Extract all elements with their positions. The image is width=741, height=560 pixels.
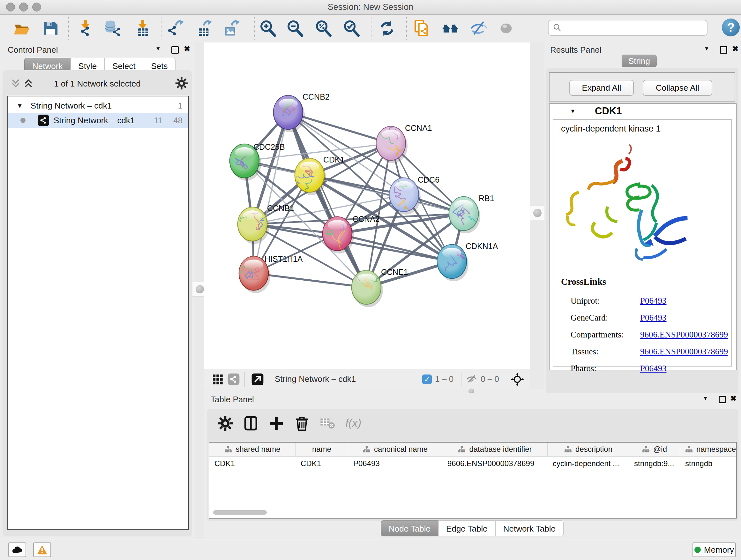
export-image-button[interactable] <box>222 19 240 38</box>
refresh-button[interactable] <box>378 19 396 38</box>
houses-button[interactable] <box>441 19 460 38</box>
network-node-CCNA1[interactable]: CCNA1 <box>374 122 432 163</box>
import-database-button[interactable] <box>104 19 122 38</box>
table-menu-icon[interactable]: ▼ <box>703 395 708 401</box>
column-header-label: database identifier <box>469 445 532 454</box>
search-input[interactable] <box>548 20 708 36</box>
table-close-icon[interactable]: ✖ <box>730 394 737 403</box>
tab-node-table[interactable]: Node Table <box>381 520 439 537</box>
column-namespace-icon <box>362 445 371 453</box>
selected-nodes-checkbox-icon[interactable]: ✓ <box>422 374 432 384</box>
cloud-button[interactable] <box>8 543 26 557</box>
zoom-out-button[interactable] <box>286 19 305 38</box>
zoom-fit-button[interactable] <box>314 19 333 38</box>
network-node-CCNB2[interactable]: CCNB2 <box>273 92 330 132</box>
eye-button[interactable] <box>497 19 515 38</box>
network-node-CCNE1[interactable]: CCNE1 <box>352 264 408 307</box>
table-float-icon[interactable] <box>719 396 726 403</box>
table-cell[interactable]: cyclin-dependent ... <box>548 456 629 471</box>
import-network-button[interactable] <box>76 19 95 38</box>
export-table-button[interactable] <box>194 19 212 38</box>
zoom-check-button[interactable] <box>342 19 361 38</box>
plus-button[interactable] <box>267 415 285 432</box>
cloud-icon <box>11 545 23 555</box>
gear-icon[interactable] <box>175 77 188 90</box>
tab-edge-table[interactable]: Edge Table <box>439 520 495 537</box>
results-close-icon[interactable]: ✖ <box>732 44 738 53</box>
collapse-all-button[interactable]: Collapse All <box>643 80 712 96</box>
node-table[interactable]: shared namenamecanonical namedatabase id… <box>209 442 737 518</box>
panel-close-icon[interactable]: ✖ <box>184 44 190 53</box>
panel-menu-icon[interactable]: ▼ <box>155 46 161 52</box>
tab-string[interactable]: String <box>622 55 657 67</box>
trash-icon <box>293 415 310 432</box>
detach-view-icon[interactable] <box>251 373 264 386</box>
gene-collapse-icon[interactable]: ▼ <box>570 108 576 115</box>
network-tree-root-row[interactable]: ▼ String Network – cdk1 1 <box>8 98 188 113</box>
crosslink-link[interactable]: 9606.ENSP00000378699 <box>640 347 728 357</box>
trash-button[interactable] <box>293 415 311 432</box>
panel-float-icon[interactable] <box>172 46 179 54</box>
expand-all-button[interactable]: Expand All <box>569 80 634 96</box>
right-splitter-handle[interactable] <box>530 206 545 220</box>
crosslink-row: Uniprot:P06493 <box>553 293 731 309</box>
column-header-canonical-name[interactable]: canonical name <box>348 442 442 456</box>
network-view-icon[interactable] <box>227 373 240 386</box>
crosslink-link[interactable]: P06493 <box>640 296 667 306</box>
export-network-button[interactable] <box>166 19 185 38</box>
collection-count: 1 <box>178 101 183 111</box>
table-cell[interactable]: CDK1 <box>295 456 348 471</box>
edge-count: 48 <box>173 116 183 125</box>
table-row[interactable]: CDK1CDK1P064939606.ENSP00000378699cyclin… <box>209 456 736 471</box>
crosslink-link[interactable]: P06493 <box>640 364 667 374</box>
crosslink-label: Uniprot: <box>570 296 640 306</box>
crosslink-link[interactable]: 9606.ENSP00000378699 <box>640 330 728 340</box>
network-edge[interactable] <box>254 273 366 287</box>
memory-button[interactable]: Memory <box>692 543 736 557</box>
column-header-namespace[interactable]: namespace <box>680 442 737 456</box>
network-node-RB1[interactable]: RB1 <box>449 194 494 233</box>
column-header-description[interactable]: description <box>548 442 629 456</box>
column-header-shared-name[interactable]: shared name <box>209 442 295 456</box>
string-network-graph[interactable]: CCNB2CCNA1CDC25BCDK1CDC6RB1CCNB1CCNA2CDK… <box>204 43 530 369</box>
tree-expand-icon[interactable]: ▼ <box>17 102 23 110</box>
network-node-HIST1H1A[interactable]: HIST1H1A <box>233 254 303 293</box>
crosslink-link[interactable]: P06493 <box>640 313 667 323</box>
table-cell[interactable]: P06493 <box>348 456 442 471</box>
results-menu-icon[interactable]: ▼ <box>704 46 710 52</box>
open-folder-button[interactable] <box>12 19 31 38</box>
table-cell[interactable]: 9606.ENSP00000378699 <box>442 456 548 471</box>
gear-button[interactable] <box>216 415 234 432</box>
warnings-button[interactable] <box>33 543 51 557</box>
zoom-in-button[interactable] <box>259 19 277 38</box>
documents-share-icon <box>413 19 431 37</box>
columns-button[interactable] <box>242 415 260 432</box>
network-view-canvas[interactable]: CCNB2CCNA1CDC25BCDK1CDC6RB1CCNB1CCNA2CDK… <box>204 43 530 369</box>
network-node-CCNB1[interactable]: CCNB1 <box>237 204 294 244</box>
eye-slash-button[interactable] <box>469 19 488 38</box>
network-tree-item-row[interactable]: String Network – cdk1 11 48 <box>8 113 188 128</box>
table-cell[interactable]: stringdb:9... <box>629 456 680 471</box>
crosslink-row: GeneCard:P06493 <box>553 309 731 326</box>
column-header-name[interactable]: name <box>295 442 348 456</box>
network-node-CDKN1A[interactable]: CDKN1A <box>435 242 498 281</box>
column-header-database-identifier[interactable]: database identifier <box>442 442 548 456</box>
grid-view-icon[interactable] <box>212 374 223 385</box>
column-header--id[interactable]: @id <box>629 442 680 456</box>
crosslinks-list: Uniprot:P06493GeneCard:P06493Compartment… <box>553 293 731 377</box>
network-edge[interactable] <box>254 112 288 273</box>
search-icon <box>552 23 562 33</box>
table-hscrollbar[interactable] <box>213 510 267 515</box>
help-button[interactable]: ? <box>722 18 740 37</box>
documents-share-button[interactable] <box>413 19 431 38</box>
results-float-icon[interactable] <box>720 46 727 54</box>
save-floppy-button[interactable] <box>41 19 60 38</box>
table-cell[interactable]: stringdb <box>680 456 737 471</box>
network-node-CCNA2[interactable]: CCNA2 <box>323 214 380 253</box>
birdseye-crosshair-icon[interactable] <box>511 373 524 386</box>
import-table-button[interactable] <box>133 19 152 38</box>
network-node-CDC25B[interactable]: CDC25B <box>224 142 285 181</box>
tab-network-table[interactable]: Network Table <box>495 520 563 537</box>
table-cell[interactable]: CDK1 <box>209 456 295 471</box>
node-label-CCNA2: CCNA2 <box>353 214 380 224</box>
